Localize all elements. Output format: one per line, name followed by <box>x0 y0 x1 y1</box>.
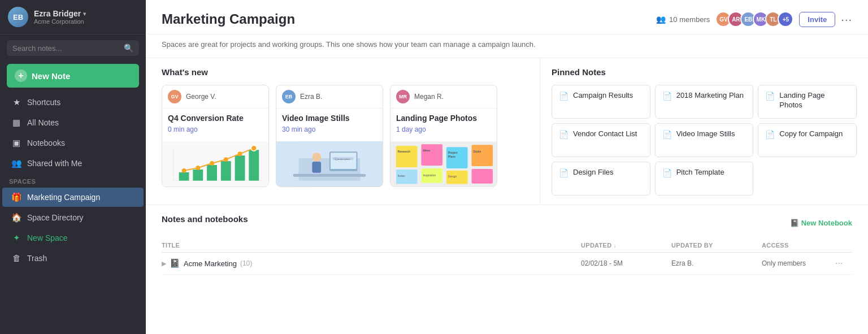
pinned-card-marketing-plan[interactable]: 📄 2018 Marketing Plan <box>655 85 754 119</box>
note-icon: 📄 <box>765 92 775 101</box>
svg-point-10 <box>196 166 200 170</box>
members-info: 👥 10 members <box>656 15 710 24</box>
chevron-right-icon: ▶ <box>162 260 166 267</box>
svg-point-20 <box>312 153 321 162</box>
pinned-card-landing-photos[interactable]: 📄 Landing Page Photos <box>758 85 857 119</box>
directory-icon: 🏠 <box>11 212 21 223</box>
svg-rect-6 <box>221 161 231 181</box>
svg-rect-4 <box>193 170 203 181</box>
sidebar-item-trash[interactable]: 🗑 Trash <box>2 249 144 267</box>
card-time: 0 min ago <box>168 125 263 133</box>
members-icon: 👥 <box>656 15 666 24</box>
pinned-card-copy[interactable]: 📄 Copy for Campaign <box>758 123 857 157</box>
card-author: Ezra B. <box>300 93 322 101</box>
page-title: Marketing Campaign <box>162 11 295 27</box>
note-icon: 📄 <box>662 92 672 101</box>
avatar: EB <box>8 7 28 27</box>
notebook-icon: ▣ <box>11 138 21 148</box>
pinned-card-pitch[interactable]: 📄 Pitch Template <box>655 162 754 196</box>
whats-new-section: What's new GV George V. Q4 Conversion Ra… <box>146 58 540 205</box>
col-updated: Updated ↓ <box>581 242 671 249</box>
svg-rect-26 <box>421 145 442 166</box>
row-count: (10) <box>240 259 252 267</box>
sort-arrow-icon: ↓ <box>613 242 616 249</box>
invite-button[interactable]: Invite <box>799 12 835 27</box>
user-info: Ezra Bridger ▾ Acme Corporation <box>34 9 138 25</box>
user-header[interactable]: EB Ezra Bridger ▾ Acme Corporation <box>0 0 146 34</box>
note-icon: 📄 <box>559 130 568 139</box>
star-icon: ★ <box>11 97 21 107</box>
trash-icon: 🗑 <box>11 253 21 263</box>
pinned-card-vendor[interactable]: 📄 Vendor Contact List <box>552 123 650 157</box>
note-card-landing[interactable]: MR Megan R. Landing Page Photos 1 day ag… <box>390 85 497 187</box>
pinned-note-title: 2018 Marketing Plan <box>676 91 744 101</box>
avatar-stack: GV AR EB MK TL +5 <box>715 11 793 27</box>
new-space-icon: ✦ <box>11 233 21 243</box>
sidebar-item-shortcuts[interactable]: ★ Shortcuts <box>2 93 144 112</box>
pinned-note-title: Video Image Stills <box>676 129 735 139</box>
svg-rect-17 <box>293 174 366 177</box>
table-row[interactable]: ▶ 📓 Acme Marketing (10) 02/02/18 - 5M Ez… <box>162 253 852 275</box>
content-grid: What's new GV George V. Q4 Conversion Ra… <box>146 58 868 205</box>
pinned-note-title: Vendor Contact List <box>573 129 637 139</box>
sidebar-item-notebooks[interactable]: ▣ Notebooks <box>2 133 144 153</box>
svg-rect-25 <box>396 146 418 168</box>
sidebar: EB Ezra Bridger ▾ Acme Corporation 🔍 + N… <box>0 0 146 334</box>
svg-rect-3 <box>179 172 189 181</box>
new-notebook-button[interactable]: 📓 New Notebook <box>790 219 852 227</box>
row-access: Only members <box>762 259 835 267</box>
card-author: Megan R. <box>414 93 444 101</box>
user-name: Ezra Bridger ▾ <box>34 9 138 18</box>
pinned-note-title: Landing Page Photos <box>779 91 849 110</box>
row-updated-by: Ezra B. <box>671 259 762 267</box>
table-columns: Title Updated ↓ Updated By Access <box>162 238 852 253</box>
pinned-card-campaign-results[interactable]: 📄 Campaign Results <box>552 85 650 119</box>
sidebar-item-all-notes[interactable]: ▦ All Notes <box>2 113 144 132</box>
pinned-card-video-stills[interactable]: 📄 Video Image Stills <box>655 123 754 157</box>
whats-new-title: What's new <box>162 67 524 77</box>
svg-rect-21 <box>312 162 321 173</box>
svg-point-12 <box>224 157 228 162</box>
notebook-add-icon: 📓 <box>790 219 799 227</box>
search-bar: 🔍 <box>7 40 139 56</box>
search-input[interactable] <box>12 44 120 53</box>
col-title: Title <box>162 242 581 249</box>
note-card-q4[interactable]: GV George V. Q4 Conversion Rate 0 min ag… <box>162 85 269 187</box>
shared-icon: 👥 <box>11 158 21 168</box>
card-title: Q4 Conversion Rate <box>168 113 263 123</box>
svg-rect-32 <box>471 169 493 184</box>
pinned-note-title: Pitch Template <box>676 168 724 177</box>
note-card-video[interactable]: EB Ezra B. Video Image Stills 30 min ago <box>276 85 383 187</box>
col-access: Access <box>762 242 835 249</box>
sidebar-item-shared[interactable]: 👥 Shared with Me <box>2 154 144 173</box>
pinned-card-design[interactable]: 📄 Design Files <box>552 162 650 196</box>
pinned-note-title: Campaign Results <box>573 91 633 101</box>
note-icon: 📄 <box>559 92 568 101</box>
card-avatar: MR <box>396 90 410 103</box>
more-options-button[interactable]: ··· <box>841 13 852 26</box>
svg-text:Goals: Goals <box>473 150 481 153</box>
card-image-person: 🔍 project plans <box>276 141 383 186</box>
col-updated-by: Updated By <box>671 242 762 249</box>
pinned-note-title: Design Files <box>573 168 614 177</box>
card-header: EB Ezra B. <box>276 85 383 109</box>
note-icon: 📄 <box>559 168 568 177</box>
svg-rect-8 <box>249 150 259 180</box>
svg-rect-19 <box>331 153 357 169</box>
notes-table-section: Notes and notebooks 📓 New Notebook Title… <box>146 205 868 284</box>
sidebar-item-marketing-campaign[interactable]: 🎁 Marketing Campaign <box>2 188 144 207</box>
svg-rect-5 <box>207 165 217 181</box>
svg-rect-7 <box>235 155 245 181</box>
main-header: Marketing Campaign 👥 10 members GV AR EB… <box>146 0 868 34</box>
card-title: Video Image Stills <box>282 113 377 123</box>
svg-text:Notes: Notes <box>398 175 405 177</box>
card-time: 1 day ago <box>396 125 491 133</box>
svg-text:Ideas: Ideas <box>423 149 430 152</box>
card-header: GV George V. <box>162 85 268 109</box>
new-note-button[interactable]: + New Note <box>7 64 139 88</box>
svg-point-11 <box>210 161 214 166</box>
sidebar-item-new-space[interactable]: ✦ New Space <box>2 228 144 248</box>
chevron-down-icon: ▾ <box>83 11 86 17</box>
sidebar-item-space-directory[interactable]: 🏠 Space Directory <box>2 208 144 227</box>
row-more-button[interactable]: ··· <box>835 258 852 268</box>
